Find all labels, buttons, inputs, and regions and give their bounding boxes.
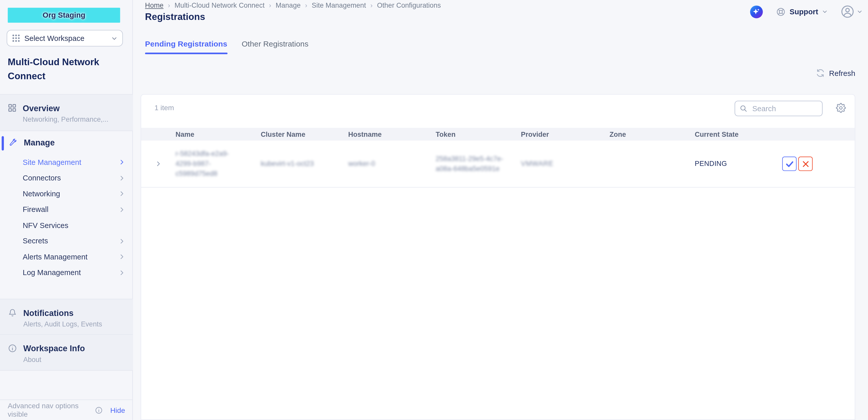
sidebar-item-overview[interactable]: Overview Networking, Performance,... (0, 94, 133, 131)
breadcrumb-separator: › (305, 2, 307, 9)
sidebar-item-nfv-services[interactable]: NFV Services (0, 218, 133, 233)
gear-icon[interactable] (836, 103, 846, 113)
reject-button[interactable] (798, 157, 812, 171)
table-header-row: NameCluster NameHostnameTokenProviderZon… (141, 128, 855, 140)
tab-other-registrations[interactable]: Other Registrations (242, 39, 308, 54)
chevron-right-icon (118, 254, 125, 260)
chevron-right-icon (118, 206, 125, 213)
row-actions (761, 157, 855, 171)
tab-pending-registrations[interactable]: Pending Registrations (145, 39, 227, 54)
chevron-right-icon (118, 159, 125, 166)
column-header-token: Token (436, 130, 521, 138)
account-menu[interactable] (841, 5, 862, 18)
sidebar-item-label: Secrets (23, 237, 118, 245)
cell-hostname: worker-0 (348, 159, 436, 169)
workspace-selector[interactable]: Select Workspace (7, 30, 123, 46)
hide-advanced-nav-link[interactable]: Hide (110, 406, 125, 414)
cell-name: r-58243dfa-e2a9-4299-b987-c5989d75ed8 (176, 149, 254, 179)
sidebar-item-manage[interactable]: Manage (0, 131, 133, 153)
sidebar-item-label: NFV Services (23, 221, 125, 229)
cell-current-state: PENDING (694, 160, 761, 168)
bell-icon (8, 309, 17, 317)
sidebar-item-notifications[interactable]: Notifications Alerts, Audit Logs, Events (0, 299, 133, 335)
workspace-selector-label: Select Workspace (24, 34, 107, 42)
column-header-cluster-name: Cluster Name (260, 130, 348, 138)
grid-dots-icon (12, 34, 20, 42)
x-icon (801, 160, 809, 168)
sidebar-item-label: Site Management (23, 158, 118, 166)
cell-cluster-name: kubevirt-v1-oct23 (260, 159, 348, 169)
grid-squares-icon (8, 104, 16, 112)
sidebar-item-networking[interactable]: Networking (0, 186, 133, 202)
chevron-down-icon (822, 9, 828, 14)
sidebar-item-label: Firewall (23, 205, 118, 214)
manage-label: Manage (24, 138, 55, 147)
search-input[interactable] (751, 104, 817, 113)
sidebar-item-label: Alerts Management (23, 253, 118, 261)
wrench-icon (8, 138, 17, 147)
breadcrumb-item[interactable]: Site Management (312, 2, 366, 9)
search-box (735, 101, 823, 116)
sidebar-item-label: Log Management (23, 268, 118, 277)
table-body: r-58243dfa-e2a9-4299-b987-c5989d75ed8kub… (141, 140, 855, 188)
breadcrumb-item[interactable]: Home (145, 2, 163, 9)
user-avatar-icon (841, 5, 854, 18)
chevron-right-icon (118, 238, 125, 245)
breadcrumb-item: Other Configurations (377, 2, 441, 9)
sidebar-item-site-management[interactable]: Site Management (0, 154, 133, 170)
table-toolbar: 1 item (141, 95, 855, 128)
chevron-right-icon (118, 174, 125, 181)
row-expander-chevron-icon[interactable] (141, 161, 176, 167)
header-actions: Support (750, 5, 862, 18)
tab-bar: Pending RegistrationsOther Registrations (145, 39, 308, 54)
breadcrumb-item[interactable]: Multi-Cloud Network Connect (175, 2, 265, 9)
sidebar-item-connectors[interactable]: Connectors (0, 170, 133, 186)
breadcrumb: Home›Multi-Cloud Network Connect›Manage›… (145, 2, 441, 9)
info-circle-icon (95, 407, 102, 414)
manage-submenu: Site ManagementConnectorsNetworkingFirew… (0, 154, 133, 281)
sidebar-item-log-management[interactable]: Log Management (0, 265, 133, 281)
life-ring-icon (776, 7, 786, 17)
breadcrumb-separator: › (269, 2, 271, 9)
sidebar-item-label: Connectors (23, 174, 118, 182)
sidebar-item-label: Networking (23, 190, 118, 198)
sidebar-item-workspace-info[interactable]: Workspace Info About (0, 335, 133, 371)
item-count: 1 item (154, 103, 174, 112)
sidebar-footer: Advanced nav options visible Hide (0, 399, 133, 420)
notifications-label: Notifications (23, 308, 102, 318)
active-section-indicator (2, 136, 4, 150)
search-icon (740, 104, 747, 112)
refresh-button[interactable]: Refresh (816, 68, 855, 77)
page-title: Registrations (145, 11, 205, 23)
breadcrumb-separator: › (370, 2, 373, 9)
cell-provider: VMWARE (521, 159, 610, 169)
breadcrumb-separator: › (168, 2, 170, 9)
sidebar-workspace-title: Multi-Cloud Network Connect (8, 55, 125, 83)
org-banner-label: Org Staging (42, 11, 85, 19)
overview-label: Overview (23, 103, 108, 113)
approve-button[interactable] (782, 157, 796, 171)
breadcrumb-item[interactable]: Manage (276, 2, 301, 9)
notifications-subtitle: Alerts, Audit Logs, Events (23, 320, 102, 328)
sparkle-badge-icon[interactable] (750, 5, 763, 18)
sidebar-item-alerts-management[interactable]: Alerts Management (0, 249, 133, 265)
chevron-right-icon (118, 190, 125, 197)
column-header-name: Name (176, 130, 260, 138)
chevron-down-icon (857, 9, 863, 14)
advanced-nav-text: Advanced nav options visible (8, 401, 92, 418)
support-menu[interactable]: Support (776, 7, 828, 17)
table-row: r-58243dfa-e2a9-4299-b987-c5989d75ed8kub… (141, 140, 855, 188)
sidebar-section-manage: Manage Site ManagementConnectorsNetworki… (0, 131, 133, 299)
column-header-hostname: Hostname (348, 130, 436, 138)
app-root: Org Staging Select Workspace Multi-Cloud… (0, 0, 868, 420)
org-banner[interactable]: Org Staging (8, 8, 120, 23)
column-header-current-state: Current State (694, 130, 761, 138)
refresh-label: Refresh (829, 69, 855, 77)
sidebar-item-firewall[interactable]: Firewall (0, 202, 133, 218)
refresh-icon (816, 68, 825, 77)
overview-subtitle: Networking, Performance,... (23, 116, 108, 123)
info-circle-icon (8, 344, 17, 352)
support-label: Support (789, 7, 818, 15)
check-icon (785, 159, 794, 168)
sidebar-item-secrets[interactable]: Secrets (0, 233, 133, 249)
